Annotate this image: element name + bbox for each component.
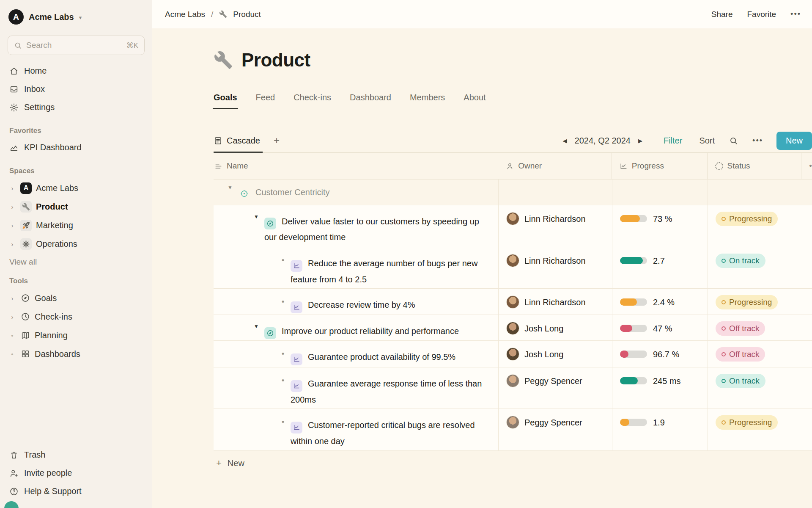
chevron-right-icon[interactable]: › — [8, 313, 16, 320]
tab-feed[interactable]: Feed — [256, 93, 275, 109]
progress-cell[interactable] — [612, 179, 708, 205]
sidebar-item-invite-people[interactable]: Invite people — [6, 464, 146, 482]
status-cell[interactable]: On track — [708, 247, 802, 288]
status-badge[interactable]: Off track — [716, 347, 765, 362]
sidebar-tool-check-ins[interactable]: › Check-ins — [6, 307, 146, 326]
sidebar-tool-planning[interactable]: • Planning — [6, 326, 146, 345]
sidebar-item-trash[interactable]: Trash — [6, 446, 146, 464]
name-cell[interactable]: • Guarantee average response time of les… — [214, 367, 498, 409]
table-row[interactable]: ▼ Customer Centricity — [214, 179, 812, 205]
status-cell[interactable]: Off track — [708, 341, 802, 367]
status-cell[interactable] — [708, 179, 802, 205]
owner-cell[interactable]: Josh Long — [498, 315, 612, 340]
column-header-progress[interactable]: Progress — [612, 153, 707, 179]
tab-dashboard[interactable]: Dashboard — [350, 93, 391, 109]
progress-cell[interactable]: 47 % — [612, 315, 708, 340]
status-badge[interactable]: Progressing — [716, 295, 778, 309]
sidebar-item-inbox[interactable]: Inbox — [6, 80, 146, 98]
sidebar-item-kpi-dashboard[interactable]: KPI Dashboard — [6, 138, 146, 157]
period-next-button[interactable]: ▶ — [634, 138, 647, 144]
sidebar-tool-dashboards[interactable]: • Dashboards — [6, 345, 146, 363]
workspace-switcher[interactable]: A Acme Labs ▾ — [6, 8, 146, 26]
status-badge[interactable]: Progressing — [716, 212, 778, 226]
owner-cell[interactable]: Peggy Spencer — [498, 409, 612, 450]
sidebar-space-product[interactable]: › Product — [6, 197, 146, 216]
status-badge[interactable]: Progressing — [716, 415, 778, 430]
table-row[interactable]: ▼ Improve our product reliability and pe… — [214, 315, 812, 341]
owner-cell[interactable] — [498, 179, 612, 205]
progress-cell[interactable]: 73 % — [612, 205, 708, 247]
view-all-link[interactable]: View all — [9, 257, 143, 267]
name-cell[interactable]: ▼ Deliver value faster to our customers … — [214, 205, 498, 247]
progress-cell[interactable]: 2.4 % — [612, 289, 708, 315]
chevron-right-icon[interactable]: › — [8, 295, 16, 302]
tab-check-ins[interactable]: Check-ins — [294, 93, 331, 109]
name-cell[interactable]: • Reduce the average number of bugs per … — [214, 247, 498, 288]
chevron-right-icon[interactable]: › — [8, 185, 16, 192]
status-cell[interactable]: Progressing — [708, 289, 802, 315]
sidebar-space-acme-labs[interactable]: ›A Acme Labs — [6, 179, 146, 197]
table-row[interactable]: • Guarantee average response time of les… — [214, 367, 812, 409]
status-cell[interactable]: Off track — [708, 315, 802, 340]
status-cell[interactable]: Progressing — [708, 205, 802, 247]
new-goal-row[interactable]: + New — [214, 451, 812, 475]
period-prev-button[interactable]: ◀ — [559, 138, 571, 144]
new-button[interactable]: New — [776, 132, 812, 150]
progress-cell[interactable]: 2.7 — [612, 247, 708, 288]
name-cell[interactable]: • Customer-reported critical bugs are re… — [214, 409, 498, 450]
name-cell[interactable]: • Guarantee product availability of 99.5… — [214, 341, 498, 367]
owner-cell[interactable]: Linn Richardson — [498, 205, 612, 247]
table-row[interactable]: • Reduce the average number of bugs per … — [214, 247, 812, 289]
collapse-toggle[interactable]: ▼ — [248, 323, 264, 329]
sidebar-tool-goals[interactable]: › Goals — [6, 289, 146, 307]
column-header-owner[interactable]: Owner — [498, 153, 612, 179]
chevron-right-icon[interactable]: › — [8, 240, 16, 248]
share-button[interactable]: Share — [711, 10, 733, 19]
owner-cell[interactable]: Peggy Spencer — [498, 367, 612, 409]
column-header-status[interactable]: Status — [707, 153, 801, 179]
more-actions-button[interactable]: ••• — [752, 136, 763, 145]
search-input[interactable]: Search ⌘K — [8, 36, 145, 55]
owner-cell[interactable]: Linn Richardson — [498, 289, 612, 315]
column-header-extra[interactable]: • — [801, 153, 812, 179]
favorite-button[interactable]: Favorite — [747, 10, 776, 19]
sidebar-space-operations[interactable]: › Operations — [6, 235, 146, 253]
status-badge[interactable]: On track — [716, 254, 765, 268]
chevron-right-icon[interactable]: › — [8, 203, 16, 210]
tab-members[interactable]: Members — [410, 93, 445, 109]
table-row[interactable]: ▼ Deliver value faster to our customers … — [214, 205, 812, 247]
breadcrumb-root[interactable]: Acme Labs — [165, 10, 205, 19]
owner-cell[interactable]: Josh Long — [498, 341, 612, 367]
collapse-toggle[interactable]: ▼ — [248, 214, 264, 220]
status-cell[interactable]: Progressing — [708, 409, 802, 450]
sidebar-space-marketing[interactable]: › Marketing — [6, 216, 146, 235]
period-label[interactable]: 2024, Q2 2024 — [571, 136, 634, 146]
add-view-button[interactable]: + — [274, 135, 280, 146]
search-icon[interactable] — [729, 136, 738, 145]
progress-cell[interactable]: 1.9 — [612, 409, 708, 450]
sort-button[interactable]: Sort — [699, 136, 715, 146]
more-options-button[interactable]: ••• — [790, 10, 801, 19]
progress-cell[interactable]: 96.7 % — [612, 341, 708, 367]
table-row[interactable]: • Decrease review time by 4%Linn Richard… — [214, 289, 812, 315]
tab-goals[interactable]: Goals — [214, 93, 237, 109]
sidebar-item-home[interactable]: Home — [6, 62, 146, 80]
table-row[interactable]: • Customer-reported critical bugs are re… — [214, 409, 812, 451]
breadcrumb-current[interactable]: Product — [233, 10, 261, 19]
progress-cell[interactable]: 245 ms — [612, 367, 708, 409]
name-cell[interactable]: ▼ Customer Centricity — [214, 179, 498, 205]
name-cell[interactable]: • Decrease review time by 4% — [214, 289, 498, 315]
collapse-toggle[interactable]: ▼ — [222, 185, 238, 190]
view-tab-cascade[interactable]: Cascade — [214, 129, 263, 152]
filter-button[interactable]: Filter — [664, 136, 682, 146]
status-cell[interactable]: On track — [708, 367, 802, 409]
name-cell[interactable]: ▼ Improve our product reliability and pe… — [214, 315, 498, 340]
table-row[interactable]: • Guarantee product availability of 99.5… — [214, 341, 812, 367]
status-badge[interactable]: On track — [716, 374, 765, 388]
tab-about[interactable]: About — [464, 93, 486, 109]
sidebar-item-settings[interactable]: Settings — [6, 98, 146, 116]
chevron-right-icon[interactable]: › — [8, 222, 16, 229]
owner-cell[interactable]: Linn Richardson — [498, 247, 612, 288]
chat-bubble[interactable] — [4, 501, 19, 508]
column-header-name[interactable]: Name — [214, 153, 498, 179]
